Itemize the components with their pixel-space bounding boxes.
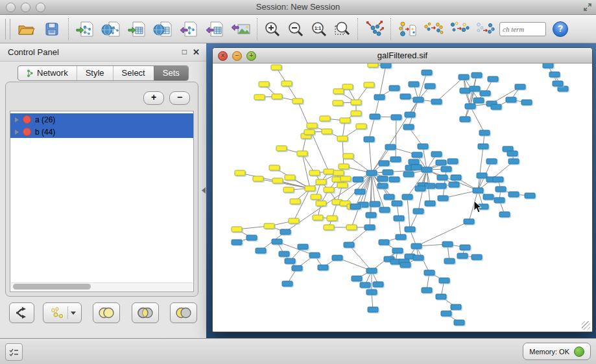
import-table-url-button[interactable] [150, 17, 176, 41]
panel-splitter-handle[interactable] [202, 187, 206, 194]
graph-node[interactable] [322, 129, 333, 135]
difference-sets-button[interactable] [170, 302, 197, 323]
graph-node[interactable] [460, 117, 471, 122]
graph-node[interactable] [483, 194, 494, 200]
fullscreen-icon[interactable] [583, 3, 592, 12]
graph-node[interactable] [333, 170, 344, 176]
graph-node[interactable] [259, 82, 270, 87]
zoom-window-button[interactable] [36, 3, 45, 12]
graph-node[interactable] [282, 281, 293, 287]
graph-node[interactable] [400, 262, 411, 268]
graph-node[interactable] [415, 186, 426, 192]
task-history-button[interactable] [5, 343, 23, 361]
maximize-view-button[interactable]: + [246, 51, 256, 61]
tab-style[interactable]: Style [77, 66, 113, 80]
graph-node[interactable] [283, 187, 294, 193]
graph-node[interactable] [447, 159, 459, 165]
graph-node[interactable] [422, 167, 433, 173]
graph-node[interactable] [232, 240, 243, 245]
graph-node[interactable] [379, 207, 390, 213]
graph-node[interactable] [343, 154, 354, 159]
graph-node[interactable] [479, 130, 490, 136]
graph-node[interactable] [437, 175, 448, 181]
graph-node[interactable] [364, 82, 375, 88]
graph-node[interactable] [305, 186, 316, 192]
close-panel-icon[interactable]: ✕ [193, 43, 200, 61]
graph-node[interactable] [272, 178, 283, 184]
graph-node[interactable] [318, 265, 329, 271]
tab-network[interactable]: Network [18, 66, 77, 80]
intersect-sets-button[interactable] [132, 302, 159, 323]
graph-node[interactable] [364, 137, 375, 142]
graph-node[interactable] [451, 175, 462, 181]
tab-select[interactable]: Select [113, 66, 154, 80]
window-resize-grip[interactable] [582, 321, 590, 330]
help-button[interactable]: ? [553, 21, 568, 37]
graph-node[interactable] [350, 204, 361, 210]
graph-node[interactable] [499, 212, 510, 218]
graph-node[interactable] [272, 94, 283, 100]
graph-node[interactable] [553, 81, 564, 87]
graph-node[interactable] [366, 290, 377, 295]
graph-node[interactable] [313, 215, 324, 221]
graph-node[interactable] [279, 251, 290, 257]
graph-node[interactable] [454, 320, 465, 326]
graph-node[interactable] [366, 268, 377, 274]
graph-node[interactable] [424, 270, 435, 276]
graph-node[interactable] [307, 123, 318, 129]
graph-node[interactable] [324, 225, 335, 231]
graph-node[interactable] [439, 278, 450, 284]
graph-node[interactable] [377, 183, 388, 189]
graph-node[interactable] [405, 112, 416, 118]
zoom-actual-size-button[interactable]: 1:1 [307, 17, 331, 41]
graph-node[interactable] [515, 84, 526, 90]
graph-node[interactable] [340, 118, 351, 124]
graph-node[interactable] [449, 182, 460, 188]
graph-node[interactable] [465, 104, 476, 109]
graph-node[interactable] [478, 144, 489, 150]
float-panel-icon[interactable]: □ [182, 43, 187, 61]
close-view-button[interactable]: × [218, 51, 228, 61]
graph-node[interactable] [366, 170, 377, 176]
graph-node[interactable] [269, 165, 280, 171]
memory-status-button[interactable]: Memory: OK [523, 343, 591, 360]
apply-layout-button[interactable] [361, 17, 387, 41]
graph-node[interactable] [486, 159, 497, 165]
graph-node[interactable] [377, 176, 388, 182]
graph-node[interactable] [311, 194, 322, 200]
graph-node[interactable] [390, 157, 401, 163]
graph-node[interactable] [360, 282, 371, 288]
graph-node[interactable] [442, 242, 453, 247]
graph-node[interactable] [411, 165, 422, 170]
graph-node[interactable] [441, 311, 452, 317]
graph-node[interactable] [356, 124, 367, 130]
hide-selected-button[interactable] [472, 17, 498, 41]
graph-node[interactable] [403, 124, 414, 130]
graph-node[interactable] [444, 258, 455, 264]
graph-node[interactable] [292, 266, 303, 271]
graph-node[interactable] [389, 177, 400, 183]
graph-node[interactable] [543, 63, 554, 69]
graph-node[interactable] [340, 176, 352, 182]
graph-node[interactable] [422, 70, 433, 76]
graph-node[interactable] [351, 100, 362, 106]
graph-node[interactable] [316, 179, 327, 185]
minimize-window-button[interactable] [21, 3, 30, 12]
graph-node[interactable] [431, 152, 442, 157]
graph-node[interactable] [285, 258, 296, 264]
graph-node[interactable] [368, 307, 379, 313]
graph-node[interactable] [381, 63, 392, 69]
network-view-window[interactable]: × − + galFiltered.sif [212, 47, 593, 332]
graph-node[interactable] [392, 201, 403, 207]
graph-node[interactable] [281, 81, 292, 87]
graph-node[interactable] [272, 239, 283, 245]
graph-node[interactable] [332, 255, 343, 261]
minimize-view-button[interactable]: − [232, 51, 242, 61]
graph-node[interactable] [405, 227, 416, 233]
graph-node[interactable] [304, 130, 315, 135]
graph-node[interactable] [436, 160, 447, 166]
set-row-b[interactable]: b (44) [10, 126, 193, 138]
graph-node[interactable] [364, 225, 375, 231]
graph-node[interactable] [396, 234, 407, 240]
graph-node[interactable] [320, 116, 331, 122]
